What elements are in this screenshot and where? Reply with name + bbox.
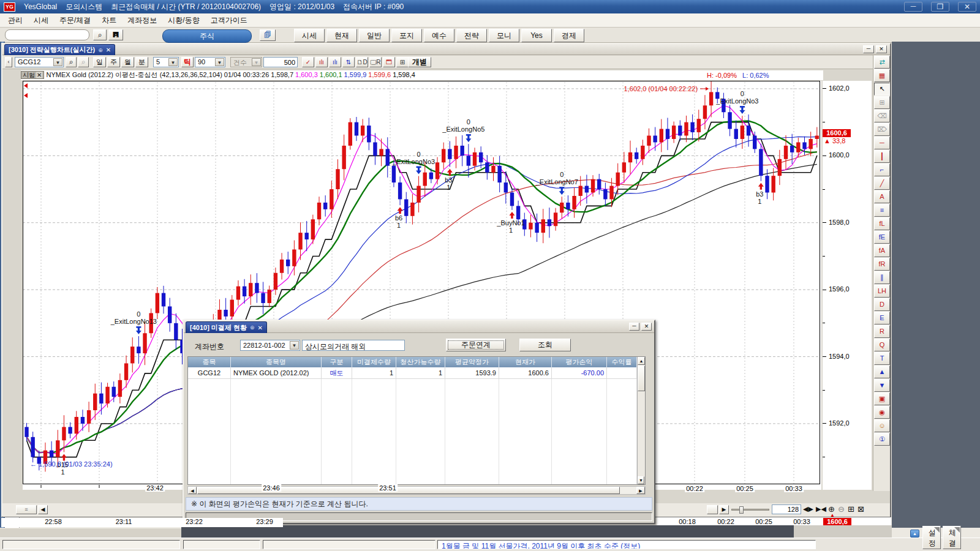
- scroll-right-icon[interactable]: ▶: [636, 487, 645, 494]
- series-chip[interactable]: 시험✕: [21, 71, 44, 79]
- scroll-up-icon[interactable]: ▲: [638, 357, 645, 365]
- dialog-tab-close-icon[interactable]: ✕: [257, 324, 262, 331]
- quick-button-경제[interactable]: 경제: [554, 29, 584, 42]
- table-vertical-scrollbar[interactable]: ▲ ▼: [637, 357, 645, 484]
- chip-close-icon[interactable]: ✕: [36, 72, 42, 78]
- dialog-titlebar[interactable]: [4010] 미결제 현황 ⊕ ✕ ─ ✕: [184, 321, 654, 333]
- menu-item-계좌정보[interactable]: 계좌정보: [122, 13, 162, 28]
- quick-button-현재[interactable]: 현재: [326, 29, 357, 42]
- tick-button[interactable]: 틱: [181, 57, 194, 67]
- individual-button[interactable]: 개별: [408, 57, 431, 67]
- text-annotation-icon[interactable]: A: [874, 190, 890, 203]
- ticker-up-icon[interactable]: ▲: [910, 530, 919, 538]
- histogram2-icon[interactable]: ılı: [329, 57, 341, 67]
- nav-end-icon[interactable]: ▶◀: [816, 505, 826, 513]
- arrow-down-icon[interactable]: ▼: [874, 379, 890, 392]
- chevron-down-icon[interactable]: ▼: [53, 58, 62, 66]
- page-d-icon[interactable]: 🗋D: [356, 57, 368, 67]
- menu-item-고객가이드[interactable]: 고객가이드: [205, 13, 253, 28]
- column-header-현재가[interactable]: 현재가: [499, 357, 552, 367]
- trend-line-icon[interactable]: ╱: [874, 177, 890, 190]
- close-panel-icon[interactable]: ⊠: [858, 504, 864, 514]
- vertical-line-icon[interactable]: ┃: [874, 150, 890, 163]
- fibo-retrace-icon[interactable]: fR: [874, 258, 890, 271]
- zoom-slider-thumb[interactable]: [739, 506, 744, 514]
- multi-line-icon[interactable]: ≡: [874, 204, 890, 217]
- column-header-수익률[interactable]: 수익률: [607, 357, 637, 367]
- count-input[interactable]: [263, 57, 298, 67]
- erase-icon[interactable]: ⌫: [874, 110, 890, 122]
- period-button-주[interactable]: 주: [107, 57, 120, 67]
- range-hatch-icon[interactable]: R: [874, 325, 890, 338]
- number-tool-icon[interactable]: ①: [874, 433, 890, 446]
- minimize-button[interactable]: ─: [904, 2, 922, 12]
- side-button-설정[interactable]: 설정: [922, 526, 941, 549]
- symbol-combo[interactable]: GCG12 ▼: [15, 57, 64, 67]
- side-button-체결[interactable]: 체결: [943, 526, 961, 549]
- zoom-slider[interactable]: [731, 509, 769, 511]
- sort-updown-icon[interactable]: ⇅: [342, 57, 355, 67]
- rect-tool-icon[interactable]: ▣: [874, 392, 890, 405]
- chevron-down-icon[interactable]: ▼: [290, 341, 299, 350]
- column-header-종목[interactable]: 종목: [188, 357, 231, 367]
- close-button[interactable]: ✕: [958, 2, 976, 12]
- scroll-right-icon[interactable]: ▶: [719, 505, 729, 514]
- save-icon[interactable]: 🖪: [108, 29, 123, 40]
- menu-item-시세[interactable]: 시세: [28, 13, 54, 28]
- parallel-lines-icon[interactable]: ∥: [874, 271, 890, 284]
- fibo-arc-icon[interactable]: fA: [874, 244, 890, 257]
- zoom-out-icon[interactable]: ⊖: [838, 504, 845, 514]
- layers-icon[interactable]: 🗐: [260, 29, 276, 41]
- nav-prev-next-icon[interactable]: ◀▶: [803, 505, 813, 513]
- menu-item-관리[interactable]: 관리: [2, 13, 28, 28]
- minute-combo[interactable]: 5 ▼: [153, 57, 179, 67]
- period-button-분[interactable]: 분: [135, 57, 148, 67]
- strategy-run-icon[interactable]: ⇄: [874, 56, 890, 69]
- scroll-down-icon[interactable]: ▼: [638, 476, 644, 484]
- chart-page-icon[interactable]: 🗔: [383, 57, 395, 67]
- order-link-button[interactable]: 주문연계: [446, 339, 506, 351]
- period-button-일[interactable]: 일: [93, 57, 106, 67]
- column-header-평균약정가[interactable]: 평균약정가: [445, 357, 499, 367]
- smiley-tool-icon[interactable]: ☺: [874, 419, 890, 432]
- event-hatch-icon[interactable]: E: [874, 312, 890, 324]
- circle-tool-icon[interactable]: ◉: [874, 406, 890, 419]
- tab-close-icon[interactable]: ✕: [106, 47, 111, 53]
- grid-icon[interactable]: ⊞: [396, 57, 409, 67]
- pattern-grid-icon[interactable]: ▦: [874, 69, 890, 82]
- chart-check-icon[interactable]: ✓: [302, 57, 314, 67]
- window-minimize-button[interactable]: ─: [863, 45, 874, 53]
- cursor-icon[interactable]: ↖: [874, 83, 890, 96]
- arrow-up-icon[interactable]: ▲: [874, 365, 890, 378]
- chart-window-titlebar[interactable]: [3010] 전략실행차트(실시간) ⊕ ✕ ─ ✕: [2, 44, 890, 55]
- collapse-left-icon[interactable]: ‹: [5, 57, 12, 67]
- quick-button-Yes[interactable]: Yes: [521, 29, 552, 42]
- column-header-평가손익[interactable]: 평가손익: [552, 357, 607, 367]
- table-row[interactable]: GCG12NYMEX GOLD (2012.02)매도111593.91600.…: [188, 367, 637, 378]
- period-button-월[interactable]: 월: [121, 57, 134, 67]
- step-line-icon[interactable]: ⌐: [874, 163, 890, 176]
- menu-item-주문/체결[interactable]: 주문/체결: [54, 13, 96, 28]
- sp-view-icon[interactable]: ⊞: [874, 96, 890, 109]
- link-icon[interactable]: ⊕: [98, 47, 103, 53]
- fit-view-icon[interactable]: ⊞: [848, 504, 854, 514]
- column-header-미결제수량[interactable]: 미결제수량: [352, 357, 396, 367]
- menu-item-차트[interactable]: 차트: [96, 13, 122, 28]
- quick-button-예수[interactable]: 예수: [424, 29, 454, 42]
- quick-button-전략[interactable]: 전략: [456, 29, 487, 42]
- day-hatch-icon[interactable]: D: [874, 298, 890, 311]
- quick-search-input[interactable]: [5, 29, 89, 40]
- scroll-handle[interactable]: ≡: [16, 505, 37, 514]
- scroll-block-button[interactable]: [707, 505, 718, 514]
- quick-button-포지[interactable]: 포지: [391, 29, 422, 42]
- column-header-구분[interactable]: 구분: [322, 357, 352, 367]
- account-name-field[interactable]: 상시모의거래 해외: [302, 340, 405, 351]
- column-header-청산가능수량[interactable]: 청산가능수량: [396, 357, 445, 367]
- quick-button-일반[interactable]: 일반: [359, 29, 390, 42]
- quote-line-icon[interactable]: Q: [874, 339, 890, 351]
- erase-all-icon[interactable]: ⌦: [874, 123, 890, 136]
- link-icon[interactable]: ⊕: [250, 324, 255, 331]
- quick-button-시세[interactable]: 시세: [294, 29, 325, 42]
- tick-combo[interactable]: 90 ▼: [195, 57, 225, 67]
- page-r-icon[interactable]: 🖵R: [369, 57, 382, 67]
